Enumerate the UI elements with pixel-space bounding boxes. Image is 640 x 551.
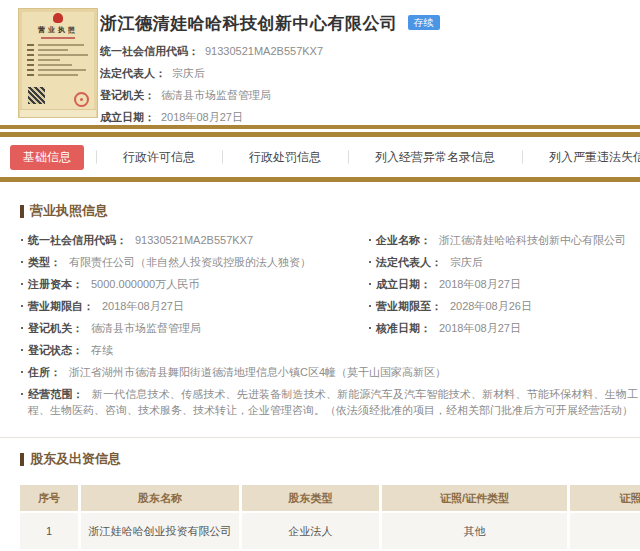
info-label: 法定代表人： — [376, 256, 442, 268]
info-label: 营业期限自： — [28, 300, 94, 312]
info-item: 企业名称：浙江德清娃哈哈科技创新中心有限公司 — [368, 232, 640, 248]
main-content: 营业执照信息 统一社会信用代码：91330521MA2B557KX7 企业名称：… — [0, 182, 640, 421]
table-cell-cert-no — [570, 513, 640, 549]
info-value: 5000.000000万人民币 — [91, 278, 199, 290]
info-label: 统一社会信用代码： — [28, 234, 127, 246]
info-value: 新一代信息技术、传感技术、先进装备制造技术、新能源汽车及汽车智能技术、新材料、节… — [28, 388, 638, 416]
table-cell-cert-type: 其他 — [382, 513, 567, 549]
field-value: 91330521MA2B557KX7 — [205, 45, 323, 57]
info-item: 统一社会信用代码：91330521MA2B557KX7 — [20, 232, 368, 248]
info-label: 登记状态： — [28, 344, 83, 356]
status-badge: 存续 — [408, 15, 440, 30]
field-label: 成立日期： — [100, 111, 155, 123]
page: { "header": { "company_name": "浙江德清娃哈哈科技… — [0, 0, 640, 551]
info-value: 2018年08月27日 — [102, 300, 184, 312]
tab-item[interactable]: 列入经营异常名录信息 — [348, 149, 522, 166]
table-header-type: 股东类型 — [242, 485, 379, 511]
header-field-row: 法定代表人：宗庆后 — [100, 62, 640, 84]
info-label: 营业期限至： — [376, 300, 442, 312]
business-license-info-grid: 统一社会信用代码：91330521MA2B557KX7 企业名称：浙江德清娃哈哈… — [20, 229, 640, 421]
shareholder-table-header: 序号 股东名称 股东类型 证照/证件类型 证照/证件号码 — [20, 485, 640, 511]
info-value: 2018年08月27日 — [439, 278, 521, 290]
info-item: 经营范围：新一代信息技术、传感技术、先进装备制造技术、新能源汽车及汽车智能技术、… — [20, 386, 640, 418]
table-cell-type: 企业法人 — [242, 513, 379, 549]
tab-item[interactable]: 基础信息 — [10, 145, 84, 170]
company-header: 营业执照 浙江德清娃哈哈科技创新中心有限公司 存续 统一社会信用代码：91330… — [0, 0, 640, 125]
license-thumbnail-title: 营业执照 — [19, 25, 97, 35]
business-license-thumbnail: 营业执照 — [18, 8, 98, 118]
national-emblem-icon — [53, 13, 63, 23]
tab-label: 列入经营异常名录信息 — [375, 150, 495, 164]
red-seal-icon — [74, 92, 89, 107]
info-label: 类型： — [28, 256, 61, 268]
company-name: 浙江德清娃哈哈科技创新中心有限公司 — [100, 12, 398, 35]
info-item: 住所：浙江省湖州市德清县舞阳街道德清地理信息小镇C区4幢（莫干山国家高新区） — [20, 364, 640, 380]
tab-item[interactable]: 行政处罚信息 — [222, 149, 348, 166]
info-item: 营业期限自：2018年08月27日 — [20, 298, 368, 314]
shareholder-content: 股东及出资信息 序号 股东名称 股东类型 证照/证件类型 证照/证件号码 1 浙… — [0, 450, 640, 549]
info-item: 注册资本：5000.000000万人民币 — [20, 276, 368, 292]
table-cell-seq: 1 — [20, 513, 78, 549]
info-value: 有限责任公司（非自然人投资或控股的法人独资） — [69, 256, 311, 268]
section-divider — [0, 437, 640, 438]
field-label: 法定代表人： — [100, 67, 166, 79]
shareholder-table: 序号 股东名称 股东类型 证照/证件类型 证照/证件号码 1 浙江娃哈哈创业投资… — [20, 485, 640, 549]
info-value: 91330521MA2B557KX7 — [135, 234, 253, 246]
info-value: 德清县市场监督管理局 — [91, 322, 201, 334]
tab-label: 行政处罚信息 — [249, 150, 321, 164]
info-label: 注册资本： — [28, 278, 83, 290]
info-value: 2018年08月27日 — [439, 322, 521, 334]
info-value: 浙江德清娃哈哈科技创新中心有限公司 — [439, 234, 626, 246]
info-value: 浙江省湖州市德清县舞阳街道德清地理信息小镇C区4幢（莫干山国家高新区） — [69, 366, 446, 378]
table-header-cert-type: 证照/证件类型 — [382, 485, 567, 511]
info-item: 法定代表人：宗庆后 — [368, 254, 640, 270]
info-value: 存续 — [91, 344, 113, 356]
info-item: 类型：有限责任公司（非自然人投资或控股的法人独资） — [20, 254, 368, 270]
field-value: 2018年08月27日 — [161, 111, 243, 123]
info-label: 住所： — [28, 366, 61, 378]
info-item: 营业期限至：2028年08月26日 — [368, 298, 640, 314]
header-field-row: 成立日期：2018年08月27日 — [100, 106, 640, 128]
header-fields: 统一社会信用代码：91330521MA2B557KX7 法定代表人：宗庆后 登记… — [100, 40, 640, 128]
tab-label: 基础信息 — [23, 150, 71, 164]
field-label: 统一社会信用代码： — [100, 45, 199, 57]
table-header-cert-no: 证照/证件号码 — [570, 485, 640, 511]
info-label: 经营范围： — [28, 388, 84, 400]
info-label: 企业名称： — [376, 234, 431, 246]
license-bottom-strip — [20, 109, 96, 117]
table-cell-name: 浙江娃哈哈创业投资有限公司 — [81, 513, 239, 549]
field-value: 德清县市场监督管理局 — [161, 89, 271, 101]
info-label: 登记机关： — [28, 322, 83, 334]
tab-label: 行政许可信息 — [123, 150, 195, 164]
section-title-business-license: 营业执照信息 — [20, 182, 640, 220]
table-header-name: 股东名称 — [81, 485, 239, 511]
tab-item[interactable]: 行政许可信息 — [96, 149, 222, 166]
shareholder-table-row: 1 浙江娃哈哈创业投资有限公司 企业法人 其他 — [20, 513, 640, 549]
tab-bar: 基础信息 行政许可信息 行政处罚信息 列入经营异常名录信息 列入严重违法失信企业… — [0, 137, 640, 177]
info-label: 成立日期： — [376, 278, 431, 290]
license-subtitle-line — [41, 37, 75, 39]
tab-item[interactable]: 列入严重违法失信企业名单信息 — [522, 149, 640, 166]
info-item: 成立日期：2018年08月27日 — [368, 276, 640, 292]
tab-label: 列入严重违法失信企业名单信息 — [549, 150, 640, 164]
qr-code — [28, 87, 45, 104]
info-item: 登记机关：德清县市场监督管理局 — [20, 320, 368, 336]
license-text-lines — [27, 44, 89, 79]
info-item: 登记状态：存续 — [20, 342, 368, 358]
info-value: 2028年08月26日 — [450, 300, 532, 312]
table-header-seq: 序号 — [20, 485, 78, 511]
section-title-shareholders: 股东及出资信息 — [20, 450, 640, 468]
field-label: 登记机关： — [100, 89, 155, 101]
field-value: 宗庆后 — [172, 67, 205, 79]
info-item: 核准日期：2018年08月27日 — [368, 320, 640, 336]
header-field-row: 统一社会信用代码：91330521MA2B557KX7 — [100, 40, 640, 62]
header-field-row: 登记机关：德清县市场监督管理局 — [100, 84, 640, 106]
info-label: 核准日期： — [376, 322, 431, 334]
info-value: 宗庆后 — [450, 256, 483, 268]
